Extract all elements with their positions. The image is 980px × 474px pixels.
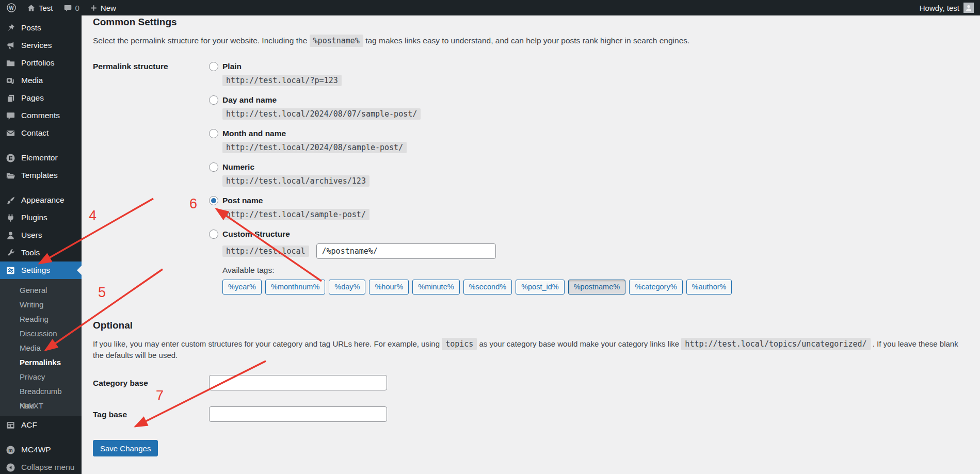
sidebar-item-label: Tools [21, 248, 40, 257]
option-url-example: http://test.local/archives/123 [222, 175, 369, 187]
admin-sidebar: Posts Services Portfolios Media Pages Co… [0, 15, 82, 474]
custom-structure-input[interactable] [316, 243, 496, 259]
sidebar-item-appearance[interactable]: Appearance [0, 191, 82, 209]
category-base-label: Category base [93, 378, 209, 388]
comment-bubble-icon [63, 4, 72, 12]
wp-logo-menu[interactable]: W [6, 3, 17, 13]
sidebar-item-plugins[interactable]: Plugins [0, 209, 82, 226]
sidebar-item-pages[interactable]: Pages [0, 89, 82, 107]
folder-icon [6, 58, 15, 68]
tag-button-year[interactable]: %year% [222, 280, 262, 295]
tag-button-postname[interactable]: %postname% [568, 280, 625, 295]
collapse-menu-button[interactable]: Collapse menu [0, 459, 82, 474]
optional-description: If you like, you may enter custom struct… [93, 338, 968, 361]
sidebar-item-settings[interactable]: Settings [0, 261, 82, 279]
sidebar-item-label: Plugins [21, 213, 47, 222]
description-text: Select the permalink structure for your … [93, 36, 310, 45]
submenu-item-media[interactable]: Media [0, 341, 82, 355]
option-url-example: http://test.local/2024/08/07/sample-post… [222, 108, 421, 120]
radio-custom-structure[interactable] [209, 230, 218, 239]
wrench-icon [6, 248, 15, 258]
collapse-arrow-icon [6, 463, 15, 472]
available-tags-label: Available tags: [222, 265, 968, 275]
tag-base-input[interactable] [209, 406, 387, 422]
sidebar-item-label: Users [21, 231, 42, 240]
option-label[interactable]: Day and name [222, 95, 277, 105]
tag-button-hour[interactable]: %hour% [369, 280, 409, 295]
submenu-item-general[interactable]: General [0, 283, 82, 298]
radio-day-and-name[interactable] [209, 95, 218, 105]
submenu-item-discussion[interactable]: Discussion [0, 326, 82, 341]
tag-button-category[interactable]: %category% [629, 280, 682, 295]
tag-button-day[interactable]: %day% [329, 280, 365, 295]
permalink-option-day-name: Day and name http://test.local/2024/08/0… [209, 95, 968, 120]
option-url-example: http://test.local/sample-post/ [222, 209, 369, 220]
sidebar-item-posts[interactable]: Posts [0, 19, 82, 37]
option-label[interactable]: Plain [222, 62, 242, 71]
howdy-text[interactable]: Howdy, test [920, 4, 959, 12]
sidebar-item-templates[interactable]: Templates [0, 167, 82, 184]
option-label[interactable]: Month and name [222, 129, 286, 138]
sidebar-item-label: Comments [21, 111, 60, 120]
tag-base-label: Tag base [93, 410, 209, 419]
sidebar-item-label: Templates [21, 171, 58, 180]
save-changes-button[interactable]: Save Changes [93, 440, 158, 456]
description-text: If you like, you may enter custom struct… [93, 339, 442, 348]
description-text: tag makes links easy to understand, and … [363, 36, 689, 45]
sidebar-item-mc4wp[interactable]: m MC4WP [0, 441, 82, 459]
sidebar-item-label: Elementor [21, 153, 58, 162]
sidebar-item-contact[interactable]: Contact [0, 124, 82, 142]
tag-button-second[interactable]: %second% [463, 280, 512, 295]
submenu-item-writing[interactable]: Writing [0, 298, 82, 312]
radio-numeric[interactable] [209, 162, 218, 172]
avatar[interactable] [963, 3, 974, 13]
site-name-menu[interactable]: Test [27, 4, 53, 12]
sidebar-item-comments[interactable]: Comments [0, 107, 82, 124]
submenu-item-permalinks[interactable]: Permalinks [0, 355, 82, 370]
radio-post-name[interactable] [209, 196, 218, 205]
submenu-item-reading[interactable]: Reading [0, 312, 82, 326]
submenu-item-privacy[interactable]: Privacy [0, 370, 82, 384]
new-label: New [101, 4, 116, 12]
tag-button-author[interactable]: %author% [686, 280, 732, 295]
sidebar-item-services[interactable]: Services [0, 37, 82, 54]
tag-button-minute[interactable]: %minute% [412, 280, 459, 295]
option-label[interactable]: Post name [222, 196, 263, 205]
new-content-menu[interactable]: New [90, 4, 116, 12]
sidebar-item-label: Portfolios [21, 58, 55, 68]
elementor-icon [6, 153, 15, 163]
pages-icon [6, 93, 15, 103]
mc4wp-icon: m [6, 445, 15, 455]
site-name-label: Test [39, 4, 53, 12]
svg-text:m: m [8, 447, 12, 452]
wordpress-logo-icon: W [6, 3, 17, 13]
option-label[interactable]: Numeric [222, 162, 254, 172]
submenu-item-breadcrumb-navxt[interactable]: Breadcrumb NavXT [0, 384, 82, 399]
permalink-settings-page: Common Settings Select the permalink str… [82, 15, 980, 474]
radio-month-and-name[interactable] [209, 129, 218, 138]
radio-plain[interactable] [209, 62, 218, 71]
menu-separator [0, 142, 82, 149]
permalink-option-custom: Custom Structure http://test.local Avail… [209, 229, 968, 295]
sidebar-item-elementor[interactable]: Elementor [0, 149, 82, 167]
tag-button-monthnum[interactable]: %monthnum% [265, 280, 325, 295]
svg-text:W: W [9, 5, 14, 11]
menu-separator [0, 184, 82, 191]
option-url-example: http://test.local/2024/08/sample-post/ [222, 142, 407, 153]
paintbrush-icon [6, 195, 15, 205]
option-label[interactable]: Custom Structure [222, 230, 290, 239]
common-settings-heading: Common Settings [93, 17, 968, 27]
sidebar-item-users[interactable]: Users [0, 226, 82, 244]
comments-menu[interactable]: 0 [63, 4, 79, 12]
sidebar-item-label: ACF [21, 420, 37, 430]
available-tags-row: %year% %monthnum% %day% %hour% %minute% … [222, 280, 968, 295]
sidebar-item-portfolios[interactable]: Portfolios [0, 54, 82, 72]
sidebar-item-label: Posts [21, 23, 41, 32]
plus-icon [90, 4, 98, 12]
permalink-option-numeric: Numeric http://test.local/archives/123 [209, 162, 968, 187]
sidebar-item-tools[interactable]: Tools [0, 244, 82, 261]
sidebar-item-acf[interactable]: ACF [0, 416, 82, 434]
tag-button-post-id[interactable]: %post_id% [516, 280, 565, 295]
category-base-input[interactable] [209, 375, 387, 390]
sidebar-item-media[interactable]: Media [0, 72, 82, 89]
